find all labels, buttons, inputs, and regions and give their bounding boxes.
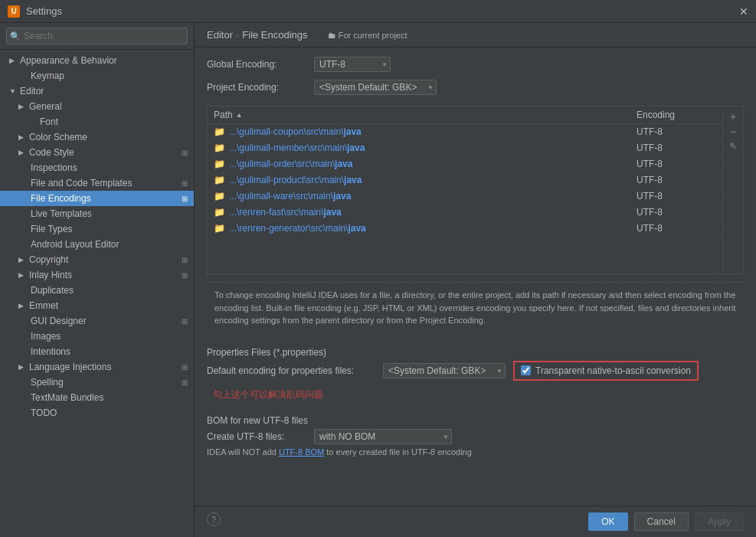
- for-current-project-link[interactable]: 🖿 For current project: [328, 31, 407, 40]
- sidebar-item-editor[interactable]: ▼ Editor: [0, 83, 194, 99]
- table-cell-path: 📁 ...\gulimall-order\src\main\java: [208, 156, 630, 172]
- transparent-checkbox-label[interactable]: Transparent native-to-ascii conversion: [535, 365, 691, 376]
- encoding-table-container: Path ▲ Encoding 📁 ...\gulimall-coupo: [207, 106, 744, 274]
- help-button[interactable]: ?: [207, 512, 221, 526]
- sidebar-item-duplicates[interactable]: Duplicates: [0, 283, 194, 298]
- properties-encoding-dropdown[interactable]: <System Default: GBK>: [383, 363, 506, 378]
- column-encoding[interactable]: Encoding: [630, 106, 722, 123]
- remove-encoding-button[interactable]: −: [726, 125, 740, 139]
- sidebar-item-emmet[interactable]: ▶ Emmet: [0, 298, 194, 313]
- column-path[interactable]: Path ▲: [208, 106, 630, 123]
- main-panel: Editor › File Encodings 🖿 For current pr…: [195, 23, 756, 537]
- project-encoding-dropdown[interactable]: <System Default: GBK>: [314, 80, 437, 95]
- sidebar-item-inspections[interactable]: Inspections: [0, 160, 194, 175]
- global-encoding-row: Global Encoding: UTF-8 ▼: [207, 57, 744, 72]
- sidebar-item-language-injections[interactable]: ▶ Language Injections ⊞: [0, 359, 194, 375]
- expand-icon: ▶: [9, 57, 17, 64]
- sidebar-item-spelling[interactable]: Spelling ⊞: [0, 375, 194, 390]
- sidebar-item-live-templates[interactable]: Live Templates: [0, 206, 194, 221]
- bom-info-text: IDEA will NOT add UTF-8 BOM to every cre…: [207, 447, 744, 457]
- path-bold: java: [323, 207, 341, 218]
- table-cell-path: 📁 ...\gulimall-product\src\main\java: [208, 172, 630, 188]
- table-row[interactable]: 📁 ...\gulimall-product\src\main\java UTF…: [208, 172, 722, 188]
- breadcrumb: Editor › File Encodings: [207, 29, 308, 41]
- utf8-bom-link[interactable]: UTF-8 BOM: [279, 447, 324, 457]
- table-cell-encoding: UTF-8: [630, 156, 722, 172]
- titlebar: U Settings ✕: [0, 0, 756, 23]
- cancel-button[interactable]: Cancel: [634, 512, 689, 531]
- folder-icon: 📁: [214, 142, 225, 153]
- sidebar-item-keymap[interactable]: Keymap: [0, 68, 194, 83]
- encoding-table: Path ▲ Encoding 📁 ...\gulimall-coupo: [208, 106, 722, 273]
- properties-encoding-dropdown-wrapper: <System Default: GBK> ▼: [383, 363, 506, 378]
- transparent-conversion-container: Transparent native-to-ascii conversion: [513, 361, 699, 381]
- sidebar-item-color-scheme[interactable]: ▶ Color Scheme: [0, 129, 194, 145]
- table-cell-path: 📁 ...\renren-fast\src\main\java: [208, 205, 630, 220]
- sidebar-item-file-encodings[interactable]: File Encodings ⊞: [0, 191, 194, 206]
- ok-button[interactable]: OK: [588, 512, 627, 531]
- bom-create-row: Create UTF-8 files: with NO BOM with BOM…: [207, 429, 744, 444]
- add-encoding-button[interactable]: +: [726, 110, 740, 123]
- sidebar-item-label: Emmet: [29, 300, 188, 311]
- folder-icon: 📁: [214, 126, 225, 137]
- annotation-text: 勾上这个可以解决乱码问题: [213, 388, 323, 401]
- sidebar-item-textmate-bundles[interactable]: TextMate Bundles: [0, 390, 194, 405]
- sidebar-item-file-code-templates[interactable]: File and Code Templates ⊞: [0, 175, 194, 191]
- sidebar-item-images[interactable]: Images: [0, 329, 194, 344]
- sidebar-item-label: File Encodings: [31, 193, 178, 204]
- sidebar-item-label: File Types: [31, 224, 188, 234]
- sidebar-item-inlay-hints[interactable]: ▶ Inlay Hints ⊞: [0, 267, 194, 283]
- sidebar-item-label: Color Scheme: [29, 132, 188, 142]
- sidebar-item-file-types[interactable]: File Types: [0, 221, 194, 237]
- panel-header: Editor › File Encodings 🖿 For current pr…: [195, 23, 756, 47]
- sidebar-item-gui-designer[interactable]: GUI Designer ⊞: [0, 313, 194, 329]
- search-box: 🔍: [0, 23, 194, 50]
- expand-icon: ▶: [18, 256, 26, 264]
- search-input[interactable]: [6, 28, 188, 44]
- sidebar-item-copyright[interactable]: ▶ Copyright ⊞: [0, 252, 194, 267]
- table-row[interactable]: 📁 ...\gulimall-coupon\src\main\java UTF-…: [208, 124, 722, 140]
- window-title: Settings: [26, 5, 62, 17]
- sidebar-item-general[interactable]: ▶ General: [0, 99, 194, 114]
- table-cell-encoding: UTF-8: [630, 124, 722, 139]
- sidebar-item-intentions[interactable]: Intentions: [0, 344, 194, 359]
- sidebar-item-label: Editor: [20, 86, 188, 97]
- sidebar-item-android-layout[interactable]: Android Layout Editor: [0, 237, 194, 252]
- path-bold: java: [348, 223, 365, 234]
- close-button[interactable]: ✕: [739, 5, 748, 18]
- breadcrumb-separator: ›: [236, 29, 239, 41]
- bom-dropdown[interactable]: with NO BOM with BOM with BOM if require…: [314, 429, 452, 444]
- table-row[interactable]: 📁 ...\gulimall-member\src\main\java UTF-…: [208, 140, 722, 156]
- expand-icon: ▶: [18, 103, 26, 110]
- sidebar-item-label: Inspections: [31, 162, 188, 173]
- apply-button[interactable]: Apply: [695, 512, 744, 531]
- folder-icon: 📁: [214, 207, 225, 218]
- sidebar-item-todo[interactable]: TODO: [0, 405, 194, 421]
- project-encoding-dropdown-wrapper: <System Default: GBK> ▼: [314, 80, 437, 95]
- badge-icon: ⊞: [182, 179, 188, 188]
- transparent-checkbox[interactable]: [521, 365, 531, 375]
- sidebar-item-font[interactable]: Font: [0, 114, 194, 129]
- badge-icon: ⊞: [182, 271, 188, 280]
- sidebar-item-label: Live Templates: [31, 208, 188, 219]
- path-bold: java: [343, 126, 361, 137]
- search-wrapper: 🔍: [6, 28, 188, 44]
- table-cell-encoding: UTF-8: [630, 172, 722, 188]
- column-encoding-label: Encoding: [637, 110, 675, 120]
- table-row[interactable]: 📁 ...\gulimall-ware\src\main\java UTF-8: [208, 188, 722, 205]
- main-content: 🔍 ▶ Appearance & Behavior Keymap ▼: [0, 23, 756, 537]
- path-bold: java: [347, 142, 365, 153]
- edit-encoding-button[interactable]: ✎: [726, 140, 740, 152]
- global-encoding-dropdown[interactable]: UTF-8: [314, 57, 391, 72]
- global-encoding-label: Global Encoding:: [207, 59, 306, 70]
- sidebar-item-appearance[interactable]: ▶ Appearance & Behavior: [0, 53, 194, 68]
- expand-icon: ▶: [18, 133, 26, 141]
- sidebar-item-code-style[interactable]: ▶ Code Style ⊞: [0, 145, 194, 160]
- folder-icon: 📁: [214, 175, 225, 185]
- table-row[interactable]: 📁 ...\renren-fast\src\main\java UTF-8: [208, 205, 722, 221]
- table-row[interactable]: 📁 ...\renren-generator\src\main\java UTF…: [208, 221, 722, 237]
- sidebar-item-label: Intentions: [31, 346, 188, 357]
- table-row[interactable]: 📁 ...\gulimall-order\src\main\java UTF-8: [208, 156, 722, 172]
- bom-section-title: BOM for new UTF-8 files: [207, 415, 744, 426]
- app-icon: U: [8, 5, 20, 18]
